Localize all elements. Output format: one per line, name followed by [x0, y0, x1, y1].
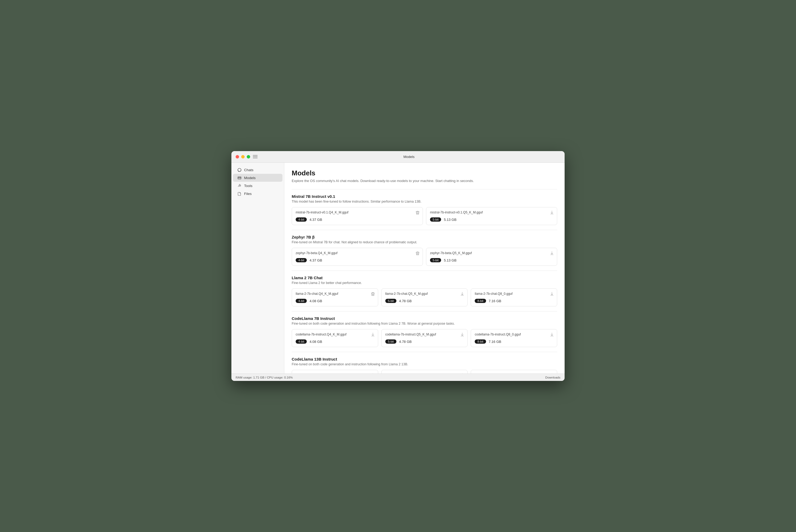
model-variants: mistral-7b-instruct-v0.1.Q4_K_M.gguf4-bi… — [292, 207, 557, 225]
model-name: CodeLlama 13B Instruct — [292, 357, 557, 361]
delete-icon[interactable] — [371, 292, 375, 297]
variant-card: zephyr-7b-beta.Q5_K_M.gguf5-bit5.13 GB — [426, 248, 557, 266]
variant-footer: 4-bit4.08 GB — [296, 299, 374, 303]
variant-card: llama-2-7b-chat.Q5_K_M.gguf5-bit4.78 GB — [381, 288, 468, 306]
model-section-mistral-7b: Mistral 7B Instruct v0.1This model has b… — [292, 189, 557, 225]
sidebar-models-label: Models — [244, 176, 256, 180]
download-icon[interactable] — [371, 373, 375, 374]
variant-card: llama-2-7b-chat.Q4_K_M.gguf4-bit4.08 GB — [292, 288, 378, 306]
variant-filename: codellama-7b-instruct.Q4_K_M.gguf — [296, 332, 374, 336]
variant-footer: 5-bit4.78 GB — [385, 299, 464, 303]
download-icon[interactable] — [550, 292, 554, 297]
bit-badge: 4-bit — [296, 217, 307, 222]
sidebar-item-files[interactable]: Files — [233, 190, 283, 197]
sidebar-item-chats[interactable]: Chats — [233, 166, 283, 174]
sidebar-chats-label: Chats — [244, 168, 253, 172]
main-content: Models Explore the OS community's AI cha… — [284, 163, 565, 374]
variant-footer: 4-bit4.37 GB — [296, 217, 419, 222]
app-body: Chats Models — [231, 163, 565, 374]
variant-filename: codellama-7b-instruct.Q8_0.gguf — [475, 332, 553, 336]
file-size: 4.37 GB — [309, 218, 322, 222]
variant-footer: 5-bit5.13 GB — [430, 258, 553, 262]
sidebar-files-label: Files — [244, 192, 252, 196]
page-subtitle: Explore the OS community's AI chat model… — [292, 179, 557, 183]
window-title: Models — [257, 155, 560, 159]
download-icon[interactable] — [550, 332, 554, 338]
model-section-llama2-7b: Llama 2 7B ChatFine-tuned Llama 2 for be… — [292, 270, 557, 306]
variant-card: codellama-7b-instruct.Q5_K_M.gguf5-bit4.… — [381, 329, 468, 347]
models-icon — [237, 176, 241, 180]
bit-badge: 5-bit — [430, 217, 441, 222]
svg-point-3 — [240, 177, 240, 178]
close-button[interactable] — [236, 155, 239, 158]
bit-badge: 5-bit — [385, 299, 396, 303]
model-description: Fine-tuned Llama 2 for better chat perfo… — [292, 281, 557, 285]
download-icon[interactable] — [550, 373, 554, 374]
bit-badge: 5-bit — [385, 339, 396, 344]
variant-filename: mistral-7b-instruct-v0.1.Q4_K_M.gguf — [296, 211, 419, 214]
delete-icon[interactable] — [416, 211, 419, 215]
model-name: CodeLlama 7B Instruct — [292, 316, 557, 321]
variant-filename: codellama-13b-instruct.Q4_K_M.gguf — [296, 373, 374, 374]
model-description: Fine-tuned on both code generation and i… — [292, 362, 557, 366]
models-list: Mistral 7B Instruct v0.1This model has b… — [292, 189, 557, 374]
variant-filename: codellama-13b-instruct.Q8_0.gguf — [475, 373, 553, 374]
page-title: Models — [292, 169, 557, 177]
maximize-button[interactable] — [247, 155, 250, 158]
variant-filename: llama-2-7b-chat.Q4_K_M.gguf — [296, 292, 374, 296]
variant-filename: zephyr-7b-beta.Q5_K_M.gguf — [430, 251, 553, 255]
app-window: Models Chats — [231, 151, 565, 381]
file-size: 4.78 GB — [399, 340, 412, 344]
status-bar: RAM usage: 1.71 GB / CPU usage: 0.16% Do… — [231, 374, 565, 381]
variant-card: llama-2-7b-chat.Q8_0.gguf8-bit7.16 GB — [471, 288, 557, 306]
variant-card: codellama-13b-instruct.Q5_K_M.gguf5-bit9… — [381, 370, 468, 374]
model-description: Fine-tuned on both code generation and i… — [292, 322, 557, 325]
traffic-lights — [236, 155, 250, 158]
files-icon — [237, 191, 241, 196]
model-variants: codellama-13b-instruct.Q4_K_M.gguf4-bit7… — [292, 370, 557, 374]
downloads-label[interactable]: Downloads — [545, 376, 560, 379]
bit-badge: 4-bit — [296, 299, 307, 303]
sidebar-tools-label: Tools — [244, 184, 253, 188]
model-name: Zephyr 7B β — [292, 235, 557, 239]
variant-footer: 8-bit7.16 GB — [475, 339, 553, 344]
bit-badge: 4-bit — [296, 339, 307, 344]
variant-card: codellama-7b-instruct.Q4_K_M.gguf4-bit4.… — [292, 329, 378, 347]
model-name: Mistral 7B Instruct v0.1 — [292, 194, 557, 198]
minimize-button[interactable] — [241, 155, 245, 158]
variant-filename: llama-2-7b-chat.Q5_K_M.gguf — [385, 292, 464, 296]
variant-card: zephyr-7b-beta.Q4_K_M.gguf4-bit4.37 GB — [292, 248, 423, 266]
download-icon[interactable] — [460, 292, 464, 297]
model-description: This model has been fine-tuned to follow… — [292, 200, 557, 203]
bit-badge: 8-bit — [475, 299, 486, 303]
variant-card: mistral-7b-instruct-v0.1.Q5_K_M.gguf5-bi… — [426, 207, 557, 225]
download-icon[interactable] — [371, 332, 375, 338]
variant-filename: mistral-7b-instruct-v0.1.Q5_K_M.gguf — [430, 211, 553, 214]
bit-badge: 8-bit — [475, 339, 486, 344]
sidebar-toggle-button[interactable] — [253, 155, 257, 158]
variant-footer: 5-bit4.78 GB — [385, 339, 464, 344]
chat-icon — [237, 168, 241, 172]
delete-icon[interactable] — [416, 251, 419, 256]
model-name: Llama 2 7B Chat — [292, 276, 557, 280]
variant-filename: codellama-13b-instruct.Q5_K_M.gguf — [385, 373, 464, 374]
file-size: 5.13 GB — [444, 258, 456, 262]
variant-filename: llama-2-7b-chat.Q8_0.gguf — [475, 292, 553, 296]
download-icon[interactable] — [460, 373, 464, 374]
download-icon[interactable] — [460, 332, 464, 338]
download-icon[interactable] — [550, 211, 554, 215]
bit-badge: 4-bit — [296, 258, 307, 262]
sidebar-item-models[interactable]: Models — [233, 174, 283, 182]
variant-filename: codellama-7b-instruct.Q5_K_M.gguf — [385, 332, 464, 336]
download-icon[interactable] — [550, 251, 554, 256]
titlebar: Models — [231, 151, 565, 163]
variant-footer: 8-bit7.16 GB — [475, 299, 553, 303]
file-size: 5.13 GB — [444, 218, 456, 222]
sidebar-item-tools[interactable]: Tools — [233, 182, 283, 190]
variant-card: codellama-7b-instruct.Q8_0.gguf8-bit7.16… — [471, 329, 557, 347]
model-variants: zephyr-7b-beta.Q4_K_M.gguf4-bit4.37 GB z… — [292, 248, 557, 266]
model-description: Fine-tuned on Mistral 7B for chat. Not a… — [292, 240, 557, 244]
ram-cpu-status: RAM usage: 1.71 GB / CPU usage: 0.16% — [236, 376, 293, 379]
bit-badge: 5-bit — [430, 258, 441, 262]
tools-icon — [237, 184, 241, 188]
